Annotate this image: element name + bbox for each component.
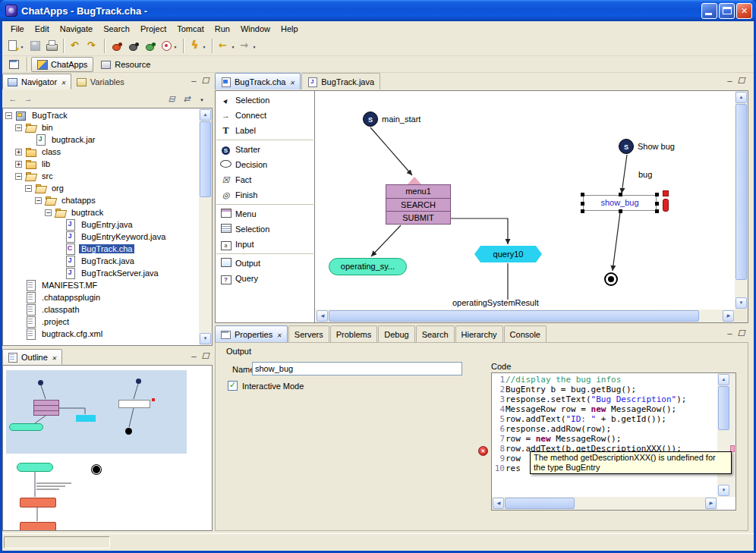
menu-file[interactable]: File [5, 23, 30, 35]
tab-hierarchy[interactable]: Hierarchy [455, 325, 503, 342]
tree-item-bin[interactable]: bin [3, 121, 199, 134]
tomcat-debug-button[interactable] [109, 37, 125, 54]
dropdown-arrow-icon[interactable] [172, 41, 178, 50]
view-menu-icon[interactable] [194, 92, 209, 105]
close-icon[interactable] [48, 353, 57, 362]
scrollbar-thumb[interactable] [505, 498, 575, 509]
collapse-icon[interactable] [25, 185, 32, 192]
scroll-down-icon[interactable] [736, 297, 747, 309]
tab-properties[interactable]: Properties [215, 325, 288, 342]
close-icon[interactable] [57, 77, 66, 86]
expand-icon[interactable] [15, 149, 22, 156]
canvas-vertical-scrollbar[interactable] [735, 91, 748, 309]
interactive-mode-checkbox[interactable] [228, 381, 238, 391]
palette-tool-menu[interactable]: Menu [216, 206, 314, 222]
tree-item-bugtrack-cha[interactable]: BugTrack.cha [3, 243, 199, 255]
menu-project[interactable]: Project [135, 23, 172, 35]
redo-button[interactable] [84, 37, 101, 54]
tomcat-start-button[interactable] [125, 37, 142, 54]
minimize-view-icon[interactable] [188, 76, 200, 87]
code-line[interactable]: 1//display the bug infos [493, 375, 716, 385]
scroll-down-icon[interactable] [200, 333, 211, 344]
scroll-left-icon[interactable] [317, 310, 328, 322]
back-icon[interactable] [5, 92, 20, 105]
code-line[interactable]: 7row = new MessageRow(); [493, 434, 716, 444]
maximize-view-icon[interactable] [736, 328, 747, 339]
code-horizontal-scrollbar[interactable] [492, 497, 717, 510]
scroll-right-icon[interactable] [723, 310, 734, 322]
tab-bugtrack-java[interactable]: BugTrack.java [301, 73, 380, 90]
lightning-button[interactable] [187, 37, 209, 54]
tree-item-chatappsplugin[interactable]: .chatappsplugin [3, 291, 199, 303]
expand-icon[interactable] [15, 161, 22, 168]
selection-handle[interactable] [655, 209, 659, 213]
diagram-canvas[interactable]: S main_start menu1 SEARCH SUBMIT operati… [316, 91, 735, 309]
maximize-button[interactable] [719, 3, 735, 19]
selection-handle[interactable] [655, 202, 659, 206]
code-line[interactable]: 4MessageRow row = new MessageRow(); [493, 404, 716, 414]
palette-tool-starter[interactable]: Starter [216, 142, 314, 157]
menu-item-search[interactable]: SEARCH [386, 198, 450, 211]
selection-handle[interactable] [619, 209, 622, 213]
canvas-horizontal-scrollbar[interactable] [316, 309, 735, 322]
minimize-view-icon[interactable] [724, 76, 736, 87]
collapse-icon[interactable] [35, 197, 42, 204]
forward-icon[interactable] [20, 92, 36, 105]
forward-button[interactable] [238, 37, 259, 54]
menu-item-submit[interactable]: SUBMIT [386, 211, 450, 224]
palette-tool-query[interactable]: Query [216, 271, 314, 286]
tree-item-bugtrack[interactable]: BugTrack [3, 109, 199, 121]
scroll-up-icon[interactable] [200, 109, 211, 121]
menu-search[interactable]: Search [98, 23, 135, 35]
tree-item-class[interactable]: class [3, 146, 199, 158]
back-button[interactable] [216, 37, 238, 54]
menu-edit[interactable]: Edit [30, 23, 55, 35]
menu-run[interactable]: Run [209, 23, 235, 35]
scroll-left-icon[interactable] [493, 498, 504, 509]
menu-navigate[interactable]: Navigate [55, 23, 98, 35]
menu-tomcat[interactable]: Tomcat [172, 23, 209, 35]
tree-item-bugtrack[interactable]: bugtrack [3, 206, 199, 218]
tree-item-chatapps[interactable]: chatapps [3, 194, 199, 206]
collapse-icon[interactable] [45, 209, 52, 216]
open-perspective-button[interactable] [5, 57, 24, 72]
palette-tool-selection[interactable]: Selection [216, 93, 314, 108]
palette-tool-fact[interactable]: Fact [216, 172, 314, 187]
start-node-show-bug[interactable]: S [619, 139, 634, 154]
collapse-all-icon[interactable] [164, 92, 179, 105]
print-button[interactable] [43, 37, 60, 54]
code-line[interactable]: 6response.addRow(row); [493, 424, 716, 434]
selection-handle[interactable] [655, 193, 659, 196]
new-wizard-button[interactable] [5, 37, 27, 54]
tab-search[interactable]: Search [416, 325, 455, 342]
tree-item-src[interactable]: src [3, 170, 199, 182]
code-line[interactable]: 2BugEntry b = bug.getBug(); [493, 385, 716, 394]
tree-item-bugtrack-jar[interactable]: bugtrack.jar [3, 134, 199, 146]
scroll-up-icon[interactable] [736, 92, 747, 103]
maximize-view-icon[interactable] [736, 75, 747, 86]
selection-handle[interactable] [581, 202, 584, 206]
code-line[interactable]: 3response.setText("Bug Description"); [493, 394, 716, 404]
tree-item-project[interactable]: .project [3, 316, 199, 328]
minimize-view-icon[interactable] [724, 328, 736, 340]
close-button[interactable]: ✕ [736, 3, 752, 19]
annotation-ruler[interactable] [730, 373, 736, 497]
scroll-right-icon[interactable] [705, 498, 717, 509]
tab-bugtrack-cha[interactable]: BugTrack.cha [215, 73, 301, 90]
dropdown-arrow-icon[interactable] [201, 41, 207, 50]
selection-handle[interactable] [619, 193, 622, 196]
tree-item-classpath[interactable]: .classpath [3, 303, 199, 316]
tab-console[interactable]: Console [504, 325, 547, 342]
collapse-icon[interactable] [15, 173, 22, 180]
scrollbar-thumb[interactable] [718, 386, 729, 430]
tree-item-manifest-mf[interactable]: MANIFEST.MF [3, 279, 199, 291]
titlebar[interactable]: ChatApps - BugTrack.cha - ✕ [0, 0, 756, 21]
palette-tool-decision[interactable]: Decision [216, 157, 314, 172]
link-editor-icon[interactable] [179, 92, 194, 105]
palette-tool-output[interactable]: Output [216, 256, 314, 271]
menu-help[interactable]: Help [276, 23, 304, 35]
name-input[interactable] [252, 362, 462, 375]
perspective-chatapps[interactable]: ChatApps [31, 57, 93, 72]
tree-item-bugtrackserver-java[interactable]: BugTrackServer.java [3, 267, 199, 279]
menu-window[interactable]: Window [235, 23, 276, 35]
